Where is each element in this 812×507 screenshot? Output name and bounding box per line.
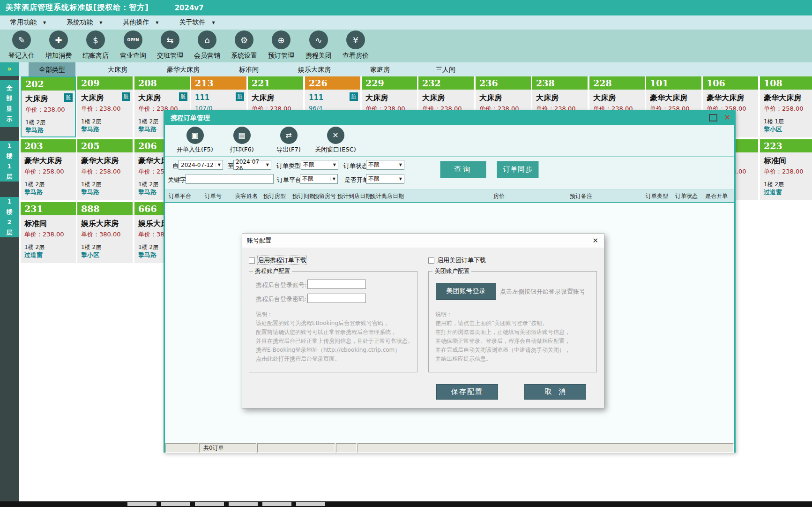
column-header-7: 预计离店日期 [370,192,404,200]
sidebar-item-1[interactable]: 1楼1层 [0,141,19,182]
tab-room-type-0[interactable]: 全部类型 [29,62,75,76]
sidebar-item-0[interactable]: 全部显示 [0,80,19,127]
room-number: 106 [703,76,758,90]
column-header-0: 订单平台 [169,192,191,200]
toolbar-checkout[interactable]: $结账离店 [78,30,113,60]
note-line: 携程E-Booking登录地址（http://ebooking.ctrip.co… [256,346,400,355]
room-card-202[interactable]: 202大床房脏单价：238.001楼 2层擎马路 [21,76,76,137]
order-type-select[interactable]: 不限▼ [301,160,338,170]
taskbar-item[interactable] [229,502,258,506]
account-dialog-titlebar[interactable]: 账号配置 ✕ [242,234,604,248]
order-status-select[interactable]: 不限▼ [366,160,404,170]
meituan-login-hint: 点击左侧按钮开始登录设置账号 [500,288,585,296]
ctrip-password-input[interactable] [307,294,366,303]
close-icon[interactable]: ✕ [592,236,598,245]
taskbar-item[interactable] [262,502,291,506]
taskbar-item[interactable] [195,502,224,506]
toolbar-shift-manage[interactable]: ⇆交班管理 [152,30,188,60]
dirty-badge: 脏 [236,92,244,101]
tab-room-type-1[interactable]: 大床房 [85,62,150,76]
room-floor: 1楼 2层 [25,119,45,127]
sidebar-item-char: 示 [7,114,13,124]
room-card-203[interactable]: 203豪华大床房单价：258.001楼 2层擎马路 [21,139,76,200]
cancel-button[interactable]: 取 消 [524,384,586,400]
room-floor: 1楼 2层 [81,118,101,126]
room-card-108[interactable]: 108豪华大床房单价：258.001楼 1层擎小区 [760,76,812,137]
taskbar-item[interactable] [161,502,190,506]
query-button[interactable]: 查询 [440,161,486,178]
room-floor: 1楼 2层 [24,243,45,251]
sidebar-item-2[interactable]: 1楼2层 [0,197,19,237]
tab-room-type-6[interactable]: 三人间 [413,62,478,76]
note-line: 配置前请确认您的账号可以正常登录携程后台管理系统， [256,328,396,337]
room-price: 单价：238.00 [24,230,64,239]
tab-room-type-2[interactable]: 豪华大床房 [150,62,216,76]
enable-meituan-checkbox[interactable]: 启用美团订单下载 [428,256,486,265]
taskbar-item[interactable] [127,502,156,506]
tab-room-type-5[interactable]: 家庭房 [347,62,413,76]
room-card-205[interactable]: 205豪华大床房单价：258.001楼 2层擎马路 [77,139,133,200]
room-floor: 1楼 2层 [24,181,45,189]
room-number: 208 [134,76,190,90]
menu-item-2[interactable]: 其他操作▼ [123,18,158,27]
room-price: 单价：258.00 [24,167,64,176]
sidebar-item-char: 楼 [7,151,13,161]
room-card-223[interactable]: 223标准间单价：238.001楼 2层过道窗 [760,139,812,200]
keyword-input[interactable] [186,174,274,184]
dialog-tool-export[interactable]: ⇄导出(F7) [265,127,312,154]
menu-item-0[interactable]: 常用功能▼ [10,18,46,27]
account-dialog-title: 账号配置 [247,236,271,245]
chevron-down-icon: ▼ [330,177,337,181]
toolbar-member-marketing[interactable]: ⌂会员营销 [189,30,225,60]
sidebar-item-char: 2 [7,217,11,227]
room-card-209[interactable]: 209大床房脏单价：238.001楼 2层擎马路 [77,76,133,137]
account-config-dialog: 账号配置 ✕ 启用携程订单下载 启用美团订单下载 携程账户配置 携程后台登录账号… [242,233,604,409]
taskbar-item[interactable] [296,502,325,506]
toolbar-room-price[interactable]: ¥查看房价 [338,30,373,60]
toolbar-label: 查看房价 [338,52,373,60]
enable-ctrip-checkbox[interactable]: 启用携程订单下载 [249,256,306,265]
meituan-login-button[interactable]: 美团账号登录 [436,283,496,300]
main-toolbar: ✎登记入住✚增加消费$结账离店OPEN营业查询⇆交班管理⌂会员营销⚙系统设置⊕预… [0,30,812,62]
tab-room-type-4[interactable]: 娱乐大床房 [282,62,347,76]
menu-item-3[interactable]: 关于软件▼ [179,18,215,27]
close-icon[interactable]: ✕ [724,114,730,121]
toolbar-booking-manage[interactable]: ⊕预订管理 [263,30,299,60]
menu-item-1[interactable]: 系统功能▼ [67,18,102,27]
dirty-badge: 脏 [179,92,187,101]
dialog-tool-print[interactable]: ▤打印(F6) [218,127,265,154]
sidebar-item-char: 全 [7,83,13,93]
menu-item-label: 系统功能 [67,18,93,27]
date-to-select[interactable]: 2024-07-26▼ [233,160,271,170]
note-line: 该处配置的账号为携程EBooking后台登录账号密码， [256,319,389,328]
toolbar-system-settings[interactable]: ⚙系统设置 [226,30,262,60]
dialog-tool-open-order-checkin[interactable]: ▣开单入住(F5) [171,127,218,154]
room-card-888[interactable]: 888娱乐大床房单价：380.001楼 2层擎小区 [77,202,133,263]
date-from-select[interactable]: 2024-07-12▼ [179,160,223,170]
tab-room-type-3[interactable]: 标准间 [216,62,282,76]
dirty-badge: 脏 [122,92,130,101]
note-line: 在打开的浏览器页面上，正确填写美团酒店账号信息， [435,328,570,337]
open-order-select[interactable]: 不限▼ [366,174,404,184]
room-card-231[interactable]: 231标准间单价：238.001楼 2层过道窗 [21,202,76,263]
toolbar-add-consume[interactable]: ✚增加消费 [41,30,76,60]
checkbox-icon[interactable] [428,257,434,264]
ctrip-account-input[interactable] [307,280,366,289]
order-count-status: 共0订单 [199,443,256,453]
dialog-tool-close-window[interactable]: ✕关闭窗口(ESC) [312,127,359,154]
order-sync-button[interactable]: 订单同步 [497,161,539,178]
toolbar-ctrip-meituan[interactable]: ∿携程美团 [301,30,336,60]
maximize-icon[interactable] [709,114,717,121]
toolbar-business-query[interactable]: OPEN营业查询 [115,30,151,60]
note-line: 并确保能正常登录。登录后，程序会自动做相应配置， [435,337,570,346]
platform-select[interactable]: 不限▼ [300,174,338,184]
menu-item-label: 常用功能 [10,18,37,27]
save-config-button[interactable]: 保存配置 [436,384,498,400]
sidebar-expander-icon[interactable]: » [0,62,19,76]
room-type-tabbar: 全部类型大床房豪华大床房标准间娱乐大床房家庭房三人间 [0,62,812,76]
note-line: 并且在携程后台已经正常上传房间信息，且处于正常可售状态。 [256,337,413,346]
checkbox-icon[interactable] [249,257,255,264]
ctrip-dialog-titlebar[interactable]: 携程订单管理 ✕ [165,112,734,125]
column-header-3: 预订房型 [263,192,286,200]
toolbar-register-checkin[interactable]: ✎登记入住 [4,30,39,60]
